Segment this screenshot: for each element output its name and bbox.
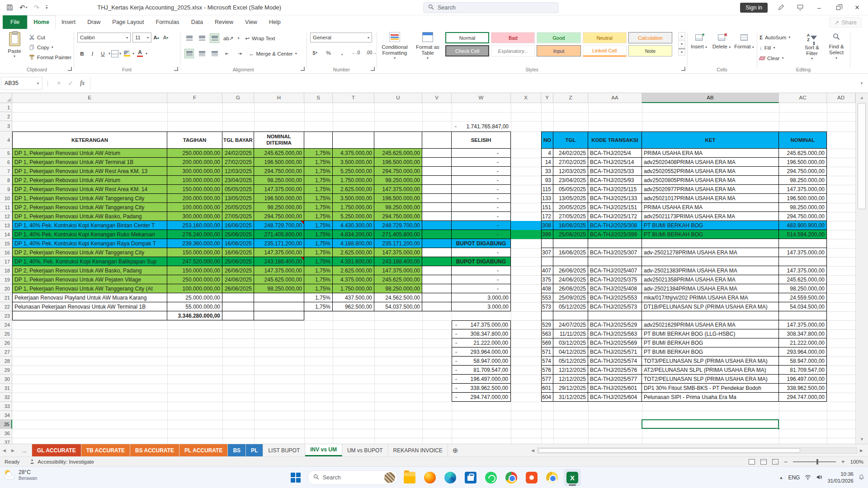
row-header-14[interactable]: 14 [0,230,12,239]
cell-H22[interactable] [254,302,304,311]
cell-S10[interactable]: 1,75% [304,194,333,203]
cell-style-input[interactable]: Input [537,45,580,56]
ribbon-display-options-icon[interactable] [795,4,806,12]
find-select-button[interactable]: Find & Select▾ [825,30,848,60]
cell-AA14[interactable]: BCA-THJ/2025/399 [588,230,642,239]
cell-V5[interactable] [422,149,452,158]
cell-AA17[interactable] [588,257,642,266]
conditional-formatting-button[interactable]: Conditional Formatting▾ [378,29,411,61]
cell-U13[interactable]: 248.729.700,00 [374,221,422,230]
cell-V14[interactable] [422,230,452,239]
cell-AA15[interactable] [588,239,642,248]
sheet-tab-inv-vs-um[interactable]: INV vs UM [305,444,342,456]
cell-Y24[interactable]: 529 [541,320,553,329]
cell-Z28[interactable]: 05/12/2025 [553,357,588,366]
ribbon-tab-review[interactable]: Review [209,15,239,29]
cell-AA21[interactable]: BCA-THJ/2025/553 [588,293,642,302]
cell-Z9[interactable]: 05/05/2025 [553,185,588,194]
cell-W30[interactable]: -196.497.000,00 [452,375,511,384]
cell-U17[interactable]: 243.188.400,00 [374,257,422,266]
cell-T8[interactable]: 1.750.000,00 [333,176,374,185]
hscroll-left-icon[interactable]: ◀ [530,448,536,453]
zoom-slider[interactable] [793,461,836,462]
copy-button[interactable]: Copy▾ [29,43,71,52]
cell-H23[interactable] [254,311,304,320]
cell-Z20[interactable]: 26/06/2025 [553,284,588,293]
format-as-table-button[interactable]: Format as Table▾ [413,29,443,61]
taskbar-chrome-secondary-icon[interactable] [543,469,561,486]
sheet-tab-bs-accurate[interactable]: BS ACCURATE [130,444,179,456]
cell-E10[interactable]: DP 1, Pekerjaan Renovasi Untuk AW Tangge… [12,194,167,203]
enter-icon[interactable]: ✓ [65,80,76,87]
cell-AC13[interactable]: 483.900.900,00 [779,221,827,230]
cell-V21[interactable] [422,293,452,302]
number-format-select[interactable]: General▾ [310,33,372,42]
share-button[interactable]: ↗ Share [829,17,862,28]
zoom-out-icon[interactable]: − [784,458,788,465]
cell-G13[interactable]: 16/06/2025 [222,221,254,230]
sheet-tab-gl-accurate[interactable]: GL ACCURATE [32,444,81,456]
select-all-corner[interactable] [0,93,12,103]
cell-V22[interactable] [422,302,452,311]
restore-button[interactable] [833,4,844,11]
cell-S11[interactable]: 1,75% [304,203,333,212]
cell-W6[interactable]: - [452,158,511,167]
cell-T18[interactable]: 2.625.000,00 [333,266,374,275]
horizontal-scrollbar[interactable]: ◀ ▶ [530,446,864,455]
start-button[interactable] [287,469,304,486]
cell-AB16[interactable]: adv-25021278PRIMA USAHA ERA MA [642,248,779,257]
cell-S6[interactable]: 1,75% [304,158,333,167]
cell-G11[interactable]: 20/05/2025 [222,203,254,212]
middle-align-icon[interactable] [197,33,207,43]
cell-V12[interactable] [422,212,452,221]
number-dialog-launcher[interactable] [371,67,375,71]
cell-Y21[interactable]: 553 [541,293,553,302]
cell-T4[interactable] [333,131,374,149]
cell-V15[interactable] [422,239,452,248]
cell-AB5[interactable]: PRIMA USAHA ERA MA [642,149,779,158]
cell-Z19[interactable]: 24/06/2025 [553,275,588,284]
cell-AB10[interactable]: adv25021017PRIMA USAHA ERA MA [642,194,779,203]
cell-T10[interactable]: 3.500.000,00 [333,194,374,203]
cell-G9[interactable]: 05/05/2025 [222,185,254,194]
taskbar-search[interactable]: Search [307,470,398,485]
cell-style-check[interactable]: Check Cell [445,45,489,56]
clear-button[interactable]: Clear▾ [760,54,790,62]
styles-dialog-launcher[interactable] [681,67,685,71]
cell-Z7[interactable]: 12/03/2025 [553,167,588,176]
cell-V20[interactable] [422,284,452,293]
cell-F12[interactable]: 300.000.000,00 [167,212,222,221]
column-header-Y[interactable]: Y [541,93,553,103]
cell-AA18[interactable]: BCA-THJ/2025/407 [588,266,642,275]
gallery-down-icon[interactable]: ▾ [678,40,685,47]
cell-X13[interactable] [511,221,541,230]
cell-G16[interactable]: 16/06/2025 [222,248,254,257]
cell-Z13[interactable]: 16/06/2025 [553,221,588,230]
column-header-S[interactable]: S [304,93,333,103]
cell-W25[interactable]: -308.347.800,00 [452,329,511,338]
formula-input[interactable] [90,77,855,90]
cell-AC20[interactable]: 98.250.000,00 [779,284,827,293]
cell-AC9[interactable]: 147.375.000,00 [779,185,827,194]
cell-E23[interactable] [12,311,167,320]
cell-G15[interactable]: 16/06/2025 [222,239,254,248]
titlebar-search[interactable]: Search [423,2,559,13]
cell-U14[interactable]: 271.405.800,00 [374,230,422,239]
cell-AC6[interactable]: 196.500.000,00 [779,158,827,167]
cell-E4[interactable]: KETERANGAN [12,131,167,149]
cell-Y18[interactable]: 407 [541,266,553,275]
cell-Y4[interactable]: NO [541,131,553,149]
selected-cell-AB35[interactable] [642,419,779,429]
ribbon-tab-draw[interactable]: Draw [81,15,106,29]
cell-Z27[interactable]: 04/12/2025 [553,347,588,357]
cell-AC27[interactable]: 293.964.000,00 [779,347,827,357]
cell-W26[interactable]: -21.222.000,00 [452,338,511,347]
cell-F7[interactable]: 300.000.000,00 [167,167,222,176]
cell-H19[interactable]: 245.625.000,00 [254,275,304,284]
row-header-33[interactable]: 33 [0,402,12,411]
cell-U6[interactable]: 196.500.000,00 [374,158,422,167]
cell-T21[interactable]: 437.500,00 [333,293,374,302]
cell-H15[interactable]: 235.171.200,00 [254,239,304,248]
cell-Z31[interactable]: 29/12/2025 [553,384,588,393]
shrink-font-button[interactable]: A▾ [161,33,170,42]
